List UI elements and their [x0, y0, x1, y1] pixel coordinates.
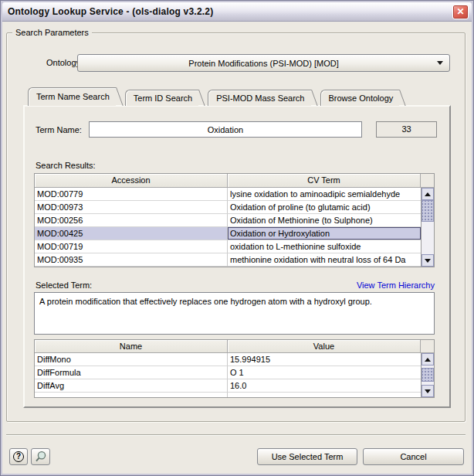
- table-cell[interactable]: methionine oxidation with neutral loss o…: [228, 253, 421, 267]
- table-row[interactable]: DiffFormulaO 1: [35, 366, 421, 379]
- ontology-selected-value: Protein Modifications (PSI-MOD) [MOD]: [188, 59, 338, 68]
- ols-search-button[interactable]: [31, 448, 50, 465]
- result-count-badge: 33: [376, 121, 437, 138]
- search-results-label: Search Results:: [36, 161, 96, 170]
- table-cell[interactable]: DiffAvg: [35, 379, 228, 393]
- table-cell-empty: [228, 393, 421, 397]
- chevron-down-icon: [437, 61, 443, 65]
- tab-term-id-search[interactable]: Term ID Search: [125, 90, 198, 106]
- term-name-search-panel: Term Name: 33 Search Results: Accession …: [23, 105, 451, 408]
- table-cell[interactable]: 15.994915: [228, 353, 421, 366]
- view-term-hierarchy-link[interactable]: View Term Hierarchy: [357, 280, 435, 290]
- table-row[interactable]: MOD:00779lysine oxidation to aminoadipic…: [35, 188, 421, 201]
- table-row[interactable]: DiffMono15.994915: [35, 353, 421, 366]
- scroll-down-button[interactable]: [422, 254, 434, 267]
- column-header-accession[interactable]: Accession: [35, 174, 228, 188]
- term-definition-box: A protein modification that effectively …: [34, 292, 435, 335]
- table-row[interactable]: MOD:00973Oxidation of proline (to glutam…: [35, 201, 421, 214]
- window-title: Ontology Lookup Service - (ols-dialog v3…: [8, 6, 213, 17]
- table-header-row: Name Value: [35, 340, 434, 353]
- table-cell[interactable]: DiffFormula: [35, 366, 228, 379]
- table-row[interactable]: DiffAvg16.0: [35, 379, 421, 393]
- table-row[interactable]: MOD:00256Oxidation of Methionine (to Sul…: [35, 214, 421, 227]
- scrollbar-header-corner: [421, 174, 434, 188]
- table-cell[interactable]: MOD:00719: [35, 240, 228, 253]
- scroll-down-button[interactable]: [422, 385, 434, 397]
- table-body: DiffMono15.994915DiffFormulaO 1DiffAvg16…: [35, 353, 421, 397]
- scroll-up-button[interactable]: [422, 353, 434, 366]
- column-header-value[interactable]: Value: [228, 340, 421, 353]
- help-icon: ?: [13, 451, 24, 462]
- table-row[interactable]: MOD:00425Oxidation or Hydroxylation: [35, 227, 421, 240]
- table-cell[interactable]: Oxidation of proline (to glutamic acid): [228, 201, 421, 214]
- table-body: MOD:00779lysine oxidation to aminoadipic…: [35, 188, 421, 267]
- use-selected-term-button[interactable]: Use Selected Term: [257, 448, 357, 465]
- search-results-table: Accession CV Term MOD:00779lysine oxidat…: [34, 173, 435, 267]
- table-cell-empty: [35, 393, 228, 397]
- table-cell[interactable]: 16.0: [228, 379, 421, 393]
- table-cell[interactable]: lysine oxidation to aminoadipic semialde…: [228, 188, 421, 201]
- scroll-down-icon: [425, 259, 431, 263]
- footer-separator: [6, 434, 466, 436]
- scrollbar-track[interactable]: [422, 222, 434, 254]
- group-label: Search Parameters: [12, 28, 92, 37]
- close-icon[interactable]: ✕: [452, 5, 469, 19]
- scroll-up-icon: [425, 358, 431, 362]
- table-cell[interactable]: MOD:00779: [35, 188, 228, 201]
- term-name-label: Term Name:: [36, 125, 82, 134]
- tab-browse-ontology[interactable]: Browse Ontology: [320, 90, 400, 106]
- search-icon: [34, 450, 47, 464]
- tab-psi-mod-mass-search[interactable]: PSI-MOD Mass Search: [208, 90, 310, 106]
- cancel-button[interactable]: Cancel: [363, 448, 464, 465]
- table-cell[interactable]: MOD:00973: [35, 201, 228, 214]
- table-cell[interactable]: MOD:00935: [35, 253, 228, 267]
- scroll-down-icon: [425, 389, 431, 393]
- ontology-dropdown[interactable]: Protein Modifications (PSI-MOD) [MOD]: [77, 54, 450, 72]
- table-cell[interactable]: oxidation to L-methionine sulfoxide: [228, 240, 421, 253]
- vertical-scrollbar[interactable]: [421, 188, 434, 267]
- scroll-up-button[interactable]: [422, 188, 434, 200]
- selected-term-label: Selected Term:: [36, 280, 92, 290]
- title-bar: Ontology Lookup Service - (ols-dialog v3…: [2, 2, 472, 22]
- help-button[interactable]: ?: [9, 448, 28, 465]
- table-cell[interactable]: MOD:00425: [35, 227, 228, 240]
- tab-term-name-search[interactable]: Term Name Search: [28, 87, 116, 106]
- table-row[interactable]: MOD:00719oxidation to L-methionine sulfo…: [35, 240, 421, 253]
- tab-label: Term ID Search: [134, 94, 192, 103]
- table-cell[interactable]: Oxidation of Methionine (to Sulphone): [228, 214, 421, 227]
- term-name-input[interactable]: [89, 121, 362, 138]
- column-header-name[interactable]: Name: [35, 340, 228, 353]
- table-row[interactable]: MOD:00935methionine oxidation with neutr…: [35, 253, 421, 267]
- tab-label: Browse Ontology: [329, 94, 394, 103]
- vertical-scrollbar[interactable]: [421, 353, 434, 397]
- tab-bar: Term Name Search Term ID Search PSI-MOD …: [28, 87, 408, 106]
- scrollbar-thumb[interactable]: [422, 368, 434, 382]
- column-header-cv-term[interactable]: CV Term: [228, 174, 421, 188]
- tab-label: PSI-MOD Mass Search: [216, 94, 304, 103]
- scrollbar-header-corner: [421, 340, 434, 353]
- table-header-row: Accession CV Term: [35, 174, 434, 188]
- scroll-up-icon: [425, 192, 431, 196]
- table-cell[interactable]: MOD:00256: [35, 214, 228, 227]
- scrollbar-thumb[interactable]: [422, 200, 434, 222]
- dialog-body: Search Parameters Ontology: Protein Modi…: [2, 22, 472, 474]
- table-row-partial: [35, 393, 421, 397]
- term-details-table: Name Value DiffMono15.994915DiffFormulaO…: [34, 339, 435, 398]
- table-cell[interactable]: Oxidation or Hydroxylation: [228, 227, 421, 240]
- ols-dialog-window: Ontology Lookup Service - (ols-dialog v3…: [0, 0, 474, 476]
- tab-label: Term Name Search: [36, 92, 110, 101]
- table-cell[interactable]: DiffMono: [35, 353, 228, 366]
- table-cell[interactable]: O 1: [228, 366, 421, 379]
